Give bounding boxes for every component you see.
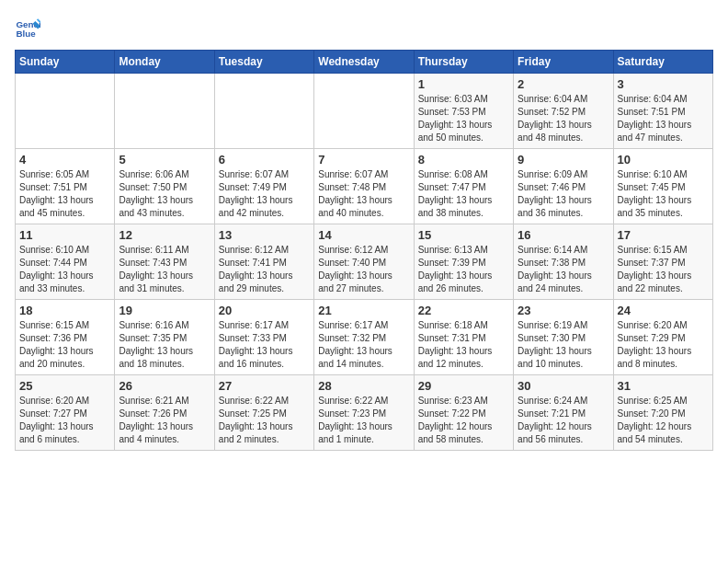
day-info: Sunrise: 6:06 AM Sunset: 7:50 PM Dayligh…: [119, 168, 210, 220]
calendar-cell: 3Sunrise: 6:04 AM Sunset: 7:51 PM Daylig…: [613, 74, 712, 149]
logo-icon: General Blue: [15, 15, 40, 40]
calendar-cell: 26Sunrise: 6:21 AM Sunset: 7:26 PM Dayli…: [115, 375, 214, 451]
day-number: 7: [318, 153, 409, 167]
day-info: Sunrise: 6:25 AM Sunset: 7:20 PM Dayligh…: [618, 395, 709, 446]
calendar-cell: 20Sunrise: 6:17 AM Sunset: 7:33 PM Dayli…: [214, 300, 313, 375]
calendar-cell: [214, 74, 313, 149]
calendar-cell: 11Sunrise: 6:10 AM Sunset: 7:44 PM Dayli…: [16, 224, 115, 300]
header-day-wednesday: Wednesday: [314, 51, 414, 74]
calendar-cell: 4Sunrise: 6:05 AM Sunset: 7:51 PM Daylig…: [16, 149, 115, 224]
day-number: 9: [518, 153, 609, 167]
day-number: 22: [418, 304, 509, 317]
calendar-cell: 2Sunrise: 6:04 AM Sunset: 7:52 PM Daylig…: [514, 74, 613, 149]
day-number: 10: [618, 153, 709, 167]
day-number: 1: [418, 77, 509, 91]
day-info: Sunrise: 6:21 AM Sunset: 7:26 PM Dayligh…: [119, 395, 210, 446]
calendar-cell: 22Sunrise: 6:18 AM Sunset: 7:31 PM Dayli…: [414, 300, 513, 375]
day-number: 11: [19, 228, 110, 242]
calendar-cell: 31Sunrise: 6:25 AM Sunset: 7:20 PM Dayli…: [613, 375, 712, 451]
calendar-cell: 28Sunrise: 6:22 AM Sunset: 7:23 PM Dayli…: [314, 375, 414, 451]
day-info: Sunrise: 6:19 AM Sunset: 7:30 PM Dayligh…: [518, 319, 609, 371]
header-day-friday: Friday: [514, 51, 613, 74]
day-info: Sunrise: 6:12 AM Sunset: 7:40 PM Dayligh…: [318, 244, 409, 295]
logo: General Blue: [15, 15, 48, 40]
calendar-week-2: 11Sunrise: 6:10 AM Sunset: 7:44 PM Dayli…: [16, 224, 713, 300]
day-number: 23: [518, 304, 609, 317]
calendar-week-1: 4Sunrise: 6:05 AM Sunset: 7:51 PM Daylig…: [16, 149, 713, 224]
day-number: 19: [119, 304, 210, 317]
day-number: 14: [318, 228, 409, 242]
calendar-cell: 25Sunrise: 6:20 AM Sunset: 7:27 PM Dayli…: [16, 375, 115, 451]
header-day-tuesday: Tuesday: [214, 51, 313, 74]
calendar-body: 1Sunrise: 6:03 AM Sunset: 7:53 PM Daylig…: [16, 74, 713, 451]
day-number: 8: [418, 153, 509, 167]
day-info: Sunrise: 6:10 AM Sunset: 7:45 PM Dayligh…: [618, 168, 709, 220]
calendar-cell: 15Sunrise: 6:13 AM Sunset: 7:39 PM Dayli…: [414, 224, 513, 300]
calendar-cell: 18Sunrise: 6:15 AM Sunset: 7:36 PM Dayli…: [16, 300, 115, 375]
day-info: Sunrise: 6:24 AM Sunset: 7:21 PM Dayligh…: [518, 395, 609, 446]
calendar-cell: 27Sunrise: 6:22 AM Sunset: 7:25 PM Dayli…: [214, 375, 313, 451]
day-number: 15: [418, 228, 509, 242]
day-info: Sunrise: 6:10 AM Sunset: 7:44 PM Dayligh…: [19, 244, 110, 295]
day-info: Sunrise: 6:03 AM Sunset: 7:53 PM Dayligh…: [418, 93, 509, 144]
day-info: Sunrise: 6:12 AM Sunset: 7:41 PM Dayligh…: [219, 244, 310, 295]
svg-text:Blue: Blue: [16, 29, 36, 39]
day-info: Sunrise: 6:15 AM Sunset: 7:36 PM Dayligh…: [19, 319, 110, 371]
day-info: Sunrise: 6:20 AM Sunset: 7:29 PM Dayligh…: [618, 319, 709, 371]
day-number: 31: [618, 379, 709, 393]
day-number: 29: [418, 379, 509, 393]
day-info: Sunrise: 6:16 AM Sunset: 7:35 PM Dayligh…: [119, 319, 210, 371]
calendar-cell: 16Sunrise: 6:14 AM Sunset: 7:38 PM Dayli…: [514, 224, 613, 300]
calendar-cell: 19Sunrise: 6:16 AM Sunset: 7:35 PM Dayli…: [115, 300, 214, 375]
header-day-sunday: Sunday: [16, 51, 115, 74]
day-number: 12: [119, 228, 210, 242]
day-number: 6: [219, 153, 310, 167]
calendar-cell: 6Sunrise: 6:07 AM Sunset: 7:49 PM Daylig…: [214, 149, 313, 224]
calendar-cell: 14Sunrise: 6:12 AM Sunset: 7:40 PM Dayli…: [314, 224, 414, 300]
day-info: Sunrise: 6:14 AM Sunset: 7:38 PM Dayligh…: [518, 244, 609, 295]
day-info: Sunrise: 6:22 AM Sunset: 7:23 PM Dayligh…: [318, 395, 409, 446]
day-info: Sunrise: 6:07 AM Sunset: 7:48 PM Dayligh…: [318, 168, 409, 220]
header-day-monday: Monday: [115, 51, 214, 74]
calendar-cell: 24Sunrise: 6:20 AM Sunset: 7:29 PM Dayli…: [613, 300, 712, 375]
header-row: SundayMondayTuesdayWednesdayThursdayFrid…: [16, 51, 713, 74]
calendar-cell: 17Sunrise: 6:15 AM Sunset: 7:37 PM Dayli…: [613, 224, 712, 300]
day-number: 16: [518, 228, 609, 242]
calendar-week-3: 18Sunrise: 6:15 AM Sunset: 7:36 PM Dayli…: [16, 300, 713, 375]
day-info: Sunrise: 6:22 AM Sunset: 7:25 PM Dayligh…: [219, 395, 310, 446]
day-info: Sunrise: 6:04 AM Sunset: 7:51 PM Dayligh…: [618, 93, 709, 144]
day-number: 13: [219, 228, 310, 242]
day-info: Sunrise: 6:23 AM Sunset: 7:22 PM Dayligh…: [418, 395, 509, 446]
day-number: 21: [318, 304, 409, 317]
day-number: 2: [518, 77, 609, 91]
day-number: 30: [518, 379, 609, 393]
day-number: 18: [19, 304, 110, 317]
day-number: 25: [19, 379, 110, 393]
calendar-cell: [115, 74, 214, 149]
day-info: Sunrise: 6:09 AM Sunset: 7:46 PM Dayligh…: [518, 168, 609, 220]
calendar-cell: 5Sunrise: 6:06 AM Sunset: 7:50 PM Daylig…: [115, 149, 214, 224]
day-number: 5: [119, 153, 210, 167]
calendar-cell: 30Sunrise: 6:24 AM Sunset: 7:21 PM Dayli…: [514, 375, 613, 451]
day-number: 26: [119, 379, 210, 393]
day-number: 17: [618, 228, 709, 242]
day-info: Sunrise: 6:07 AM Sunset: 7:49 PM Dayligh…: [219, 168, 310, 220]
header-day-saturday: Saturday: [613, 51, 712, 74]
calendar-cell: 21Sunrise: 6:17 AM Sunset: 7:32 PM Dayli…: [314, 300, 414, 375]
day-info: Sunrise: 6:08 AM Sunset: 7:47 PM Dayligh…: [418, 168, 509, 220]
calendar-header: SundayMondayTuesdayWednesdayThursdayFrid…: [16, 51, 713, 74]
calendar-week-4: 25Sunrise: 6:20 AM Sunset: 7:27 PM Dayli…: [16, 375, 713, 451]
day-number: 3: [618, 77, 709, 91]
page-header: General Blue: [15, 15, 713, 40]
calendar-cell: 8Sunrise: 6:08 AM Sunset: 7:47 PM Daylig…: [414, 149, 513, 224]
day-info: Sunrise: 6:20 AM Sunset: 7:27 PM Dayligh…: [19, 395, 110, 446]
day-number: 27: [219, 379, 310, 393]
day-info: Sunrise: 6:17 AM Sunset: 7:32 PM Dayligh…: [318, 319, 409, 371]
calendar-cell: 10Sunrise: 6:10 AM Sunset: 7:45 PM Dayli…: [613, 149, 712, 224]
day-number: 28: [318, 379, 409, 393]
calendar-cell: 23Sunrise: 6:19 AM Sunset: 7:30 PM Dayli…: [514, 300, 613, 375]
day-number: 4: [19, 153, 110, 167]
day-info: Sunrise: 6:05 AM Sunset: 7:51 PM Dayligh…: [19, 168, 110, 220]
day-info: Sunrise: 6:13 AM Sunset: 7:39 PM Dayligh…: [418, 244, 509, 295]
calendar-cell: 1Sunrise: 6:03 AM Sunset: 7:53 PM Daylig…: [414, 74, 513, 149]
